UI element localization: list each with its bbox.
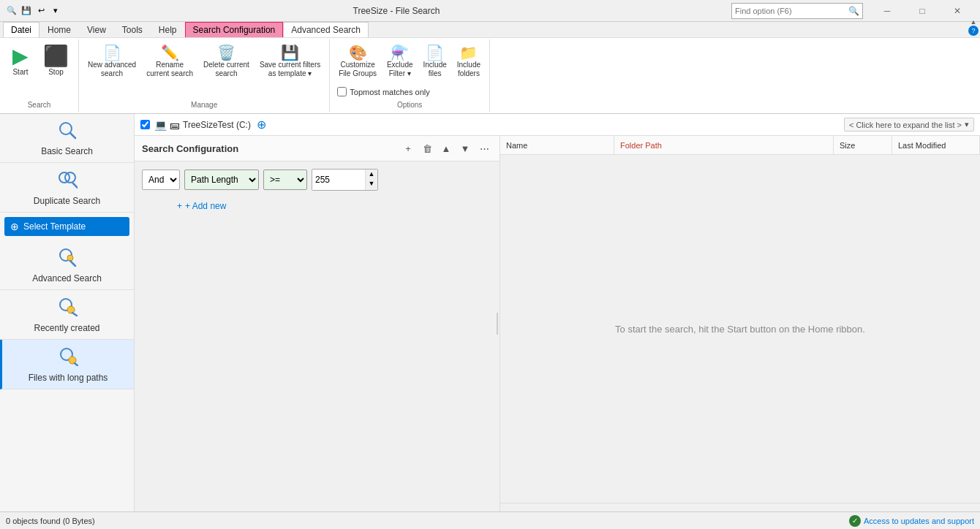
spinner-buttons: ▲ ▼ <box>365 170 377 190</box>
minimize-button[interactable]: ─ <box>870 0 904 22</box>
title-right-controls: 🔍 ─ □ ✕ <box>731 0 974 22</box>
maximize-button[interactable]: □ <box>905 0 939 22</box>
basic-search-icon <box>57 120 78 143</box>
expand-list-button[interactable]: < Click here to expand the list > ▾ <box>844 118 974 132</box>
advanced-search-label: Advanced Search <box>32 273 102 283</box>
column-name[interactable]: Name <box>500 136 614 154</box>
quick-access-dropdown[interactable]: ▾ <box>50 5 61 17</box>
customize-file-groups-button[interactable]: 🎨 CustomizeFile Groups <box>334 42 381 81</box>
column-name-label: Name <box>506 141 527 150</box>
ribbon: ▶ Start ⬛ Stop Search 📄 New advancedsear… <box>0 38 980 114</box>
main-area: Basic Search Duplicate Search ⊕ Select T… <box>0 114 980 511</box>
field-select[interactable]: Path Length File Name File Size Last Mod… <box>184 170 259 190</box>
ribbon-group-manage-label: Manage <box>191 101 217 109</box>
tab-search-configuration[interactable]: Search Configuration <box>185 22 284 37</box>
more-options-button[interactable]: ⋯ <box>476 140 492 156</box>
delete-current-search-button[interactable]: 🗑️ Delete currentsearch <box>199 42 254 81</box>
stop-icon: ⬛ <box>43 46 69 66</box>
add-path-button[interactable]: ⊕ <box>257 118 266 132</box>
sidebar-item-files-with-long-paths[interactable]: Files with long paths <box>0 340 134 389</box>
quick-access-save[interactable]: 💾 <box>20 5 32 17</box>
start-label: Start <box>12 68 28 77</box>
operator-select[interactable]: >= <= = > < != <box>263 170 307 190</box>
ribbon-help-btn[interactable]: ? <box>968 26 979 36</box>
tab-datei[interactable]: Datei <box>3 22 39 37</box>
svg-line-13 <box>75 363 78 366</box>
move-down-button[interactable]: ▼ <box>457 140 473 156</box>
status-right: ✓ Access to updates and support <box>849 515 974 527</box>
include-folders-button[interactable]: 📁 Includefolders <box>453 42 485 81</box>
column-folder-path[interactable]: Folder Path <box>614 136 834 154</box>
logic-select[interactable]: And Or Not <box>142 170 180 190</box>
save-current-filters-button[interactable]: 💾 Save current filtersas template ▾ <box>255 42 325 81</box>
results-body: To start the search, hit the Start butto… <box>500 155 980 503</box>
search-config-split: Search Configuration + 🗑 ▲ ▼ ⋯ And Or No… <box>135 136 980 511</box>
move-up-button[interactable]: ▲ <box>438 140 454 156</box>
find-option-input[interactable] <box>735 7 848 15</box>
delete-label: Delete currentsearch <box>203 61 249 78</box>
update-icon: ✓ <box>849 515 861 527</box>
svg-line-4 <box>73 183 78 188</box>
add-condition-button[interactable]: + <box>400 140 416 156</box>
add-new-button[interactable]: + + Add new <box>170 198 500 214</box>
ribbon-group-manage-content: 📄 New advancedsearch ✏️ Renamecurrent se… <box>83 42 325 99</box>
include-files-button[interactable]: 📄 Includefiles <box>419 42 451 81</box>
search-config-header: Search Configuration + 🗑 ▲ ▼ ⋯ <box>135 136 500 161</box>
delete-condition-button[interactable]: 🗑 <box>419 140 435 156</box>
title-bar: 🔍 💾 ↩ ▾ TreeSize - File Search 🔍 ─ □ ✕ <box>0 0 980 22</box>
recently-created-label: Recently created <box>34 323 99 333</box>
svg-line-1 <box>70 133 75 138</box>
ribbon-group-search: ▶ Start ⬛ Stop Search <box>0 39 79 112</box>
sidebar-item-basic-search[interactable]: Basic Search <box>0 114 134 163</box>
include-files-label: Includefiles <box>423 61 447 78</box>
tab-view[interactable]: View <box>79 22 114 37</box>
status-bar: 0 objects found (0 Bytes) ✓ Access to up… <box>0 511 980 529</box>
spinner-down-button[interactable]: ▼ <box>366 179 377 189</box>
path-checkbox[interactable] <box>140 120 150 129</box>
topmost-matches-checkbox[interactable] <box>337 87 347 96</box>
ribbon-group-search-label: Search <box>28 101 51 109</box>
find-option-box[interactable]: 🔍 <box>731 3 863 19</box>
access-updates-link[interactable]: Access to updates and support <box>864 517 974 525</box>
computer-icon: 💻 <box>154 119 167 131</box>
tab-tools[interactable]: Tools <box>114 22 151 37</box>
sidebar-item-advanced-search[interactable]: Advanced Search <box>0 240 134 290</box>
topmost-matches-checkbox-row[interactable]: Topmost matches only <box>334 84 432 99</box>
resize-handle[interactable] <box>495 136 500 511</box>
sidebar-item-duplicate-search[interactable]: Duplicate Search <box>0 163 134 213</box>
ribbon-group-options-content: 🎨 CustomizeFile Groups ⚗️ ExcludeFilter … <box>334 42 485 99</box>
tab-advanced-search[interactable]: Advanced Search <box>283 22 369 37</box>
rename-label: Renamecurrent search <box>146 61 193 78</box>
start-button[interactable]: ▶ Start <box>4 42 37 80</box>
column-last-modified[interactable]: Last Modified <box>892 136 980 154</box>
ribbon-collapse-btn[interactable]: ▲ <box>968 18 979 26</box>
quick-access-back[interactable]: ↩ <box>35 5 47 17</box>
value-input[interactable] <box>312 170 365 190</box>
sidebar-item-recently-created[interactable]: Recently created <box>0 290 134 340</box>
select-template-button[interactable]: ⊕ Select Template <box>4 217 129 236</box>
spinner-up-button[interactable]: ▲ <box>366 170 377 179</box>
results-scrollbar[interactable] <box>500 503 980 511</box>
column-size[interactable]: Size <box>834 136 892 154</box>
include-folders-icon: 📁 <box>459 45 478 60</box>
include-folders-label: Includefolders <box>457 61 480 78</box>
customize-label: CustomizeFile Groups <box>339 61 377 78</box>
ribbon-group-options: 🎨 CustomizeFile Groups ⚗️ ExcludeFilter … <box>330 39 490 112</box>
ribbon-group-manage: 📄 New advancedsearch ✏️ Renamecurrent se… <box>79 39 330 112</box>
exclude-label: ExcludeFilter ▾ <box>387 61 413 78</box>
files-long-paths-label: Files with long paths <box>29 373 108 383</box>
svg-line-7 <box>70 261 75 266</box>
rename-current-search-button[interactable]: ✏️ Renamecurrent search <box>142 42 197 81</box>
ribbon-tabs: Datei Home View Tools Help Search Config… <box>0 22 980 38</box>
app-title: TreeSize - File Search <box>61 6 731 16</box>
include-files-icon: 📄 <box>426 45 444 60</box>
tab-home[interactable]: Home <box>39 22 79 37</box>
exclude-filter-button[interactable]: ⚗️ ExcludeFilter ▾ <box>382 42 418 81</box>
stop-button[interactable]: ⬛ Stop <box>38 42 74 80</box>
add-new-label: + Add new <box>185 201 226 211</box>
status-text: 0 objects found (0 Bytes) <box>6 517 95 525</box>
tab-help[interactable]: Help <box>151 22 185 37</box>
results-hint: To start the search, hit the Start butto… <box>615 324 865 335</box>
column-size-label: Size <box>840 141 855 150</box>
new-advanced-search-button[interactable]: 📄 New advancedsearch <box>83 42 140 81</box>
